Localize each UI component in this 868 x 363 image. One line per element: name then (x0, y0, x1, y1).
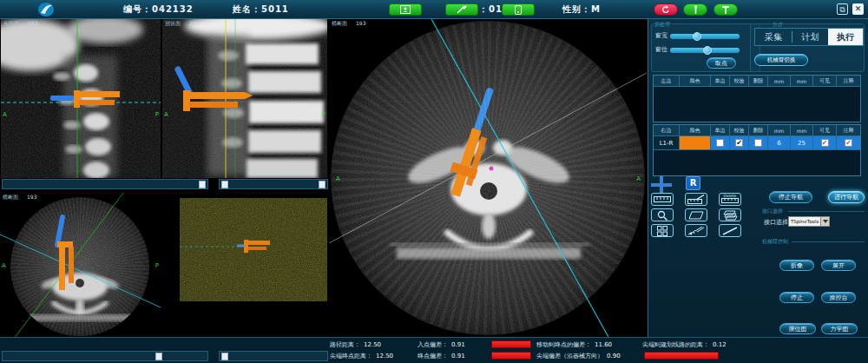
scrollbar-track[interactable] (2, 351, 208, 361)
window-width-knob[interactable] (693, 32, 701, 41)
layers-tool-button[interactable] (719, 208, 741, 221)
console-button[interactable]: 操控台 (821, 292, 856, 303)
scrollbar-track[interactable] (2, 179, 208, 189)
grid-icon (657, 226, 667, 236)
ruler-icon (654, 195, 671, 204)
table-row[interactable]: L1-R ✔ 6 25 ✔ ✔ (654, 136, 860, 150)
checkbox-visible[interactable]: ✔ (821, 139, 829, 147)
orientation-marker: P (155, 111, 159, 118)
t-handle-icon (721, 5, 730, 14)
view-sagittal[interactable]: 矢状面193 A P (1, 19, 161, 178)
device-connect-button[interactable] (502, 3, 535, 16)
view-title: 横断面193 (3, 194, 36, 201)
scrollbar-handle[interactable] (319, 181, 326, 188)
tool-calibration-button[interactable] (445, 3, 478, 16)
screwdriver-icon (457, 5, 467, 14)
zoom-tool-button[interactable] (651, 208, 674, 221)
endpoint-deviation-alert-bar (491, 352, 531, 360)
app-logo (36, 2, 59, 17)
view-coronal[interactable]: 冠状面251 A P (162, 19, 327, 178)
screw-tool-button[interactable] (685, 224, 707, 237)
view-scrollbar-row (0, 179, 328, 189)
endpoint-deviation: 终点偏差：0.91 (418, 352, 465, 360)
reset-view-button[interactable]: R (686, 176, 700, 190)
probe-tool-button[interactable] (683, 3, 707, 16)
screw-color-swatch[interactable] (680, 136, 711, 150)
patient-name-label: 姓名：5011 (233, 3, 289, 16)
record-reset-button[interactable] (654, 3, 678, 16)
measure-edit-button[interactable] (685, 193, 707, 206)
tab-plan[interactable]: 计划 (792, 29, 828, 45)
screw-length: 25 (791, 136, 813, 150)
view-probe[interactable] (180, 198, 327, 301)
screw-table-right: 右边 颜色 单边 校验 删除 mm mm 可见 注释 L1-R ✔ 6 25 ✔… (653, 124, 861, 176)
viewport: 矢状面193 A P (0, 19, 648, 363)
patient-id-label: 编号：042132 (123, 3, 194, 16)
checkbox-checked[interactable]: ✔ (735, 139, 743, 147)
postprocess-group-label: 后处理 (654, 21, 670, 29)
orientation-marker: A (3, 111, 7, 118)
undo-arrow-icon (661, 5, 670, 14)
pose-view-button[interactable]: 摆位图 (779, 323, 816, 334)
title-bar: 编号：042132 姓名：5011 年龄：018Y 性别：M (0, 0, 868, 19)
snapshot-icon[interactable]: ⧉ (837, 3, 848, 15)
layout-tool-button[interactable] (651, 224, 674, 237)
expand-button[interactable]: 展开 (821, 260, 856, 271)
orientation-marker: P (322, 111, 326, 118)
ruler-pen-icon (687, 195, 705, 205)
marker-tool-button[interactable] (713, 3, 738, 16)
patient-info-button[interactable] (389, 3, 422, 16)
view-axial-main[interactable]: 横断面193 A A (329, 19, 648, 337)
checkbox-unchecked[interactable] (716, 139, 724, 147)
patient-id-value: 042132 (152, 4, 194, 14)
pick-point-button[interactable]: 取点 (707, 57, 736, 69)
window-level-slider[interactable] (670, 48, 740, 53)
scrollbar-handle[interactable] (221, 181, 228, 188)
status-bar: 路径距离：12.50 入点偏差：0.91 移动到终点的偏差：11.60 尖端到规… (0, 337, 868, 363)
patient-name-value: 5011 (261, 4, 289, 14)
plane-tool-button[interactable] (685, 208, 707, 221)
probe-icon (692, 5, 700, 14)
start-navigation-button[interactable]: 进行导航 (828, 191, 865, 203)
arm-group-label: 机械臂控制 (762, 238, 788, 246)
scrollbar-track[interactable] (219, 179, 328, 189)
checkbox-unchecked[interactable] (754, 139, 762, 147)
crosshair-icon[interactable] (651, 176, 672, 194)
tip-axial-alert-bar (644, 352, 719, 360)
checkbox-note[interactable]: ✔ (845, 139, 852, 147)
measure-tool-button[interactable] (651, 193, 674, 206)
stop-navigation-button[interactable]: 停止导航 (769, 191, 812, 203)
screw-icon (687, 226, 705, 236)
tip-endpoint-distance: 尖端终点距离：12.50 (330, 352, 393, 360)
dropdown-arrow-icon[interactable] (820, 217, 829, 226)
window-level-knob[interactable] (703, 46, 712, 55)
arm-switch-button[interactable]: 机械臂切换 (754, 54, 808, 66)
view-axial-small[interactable]: 横断面193 A P (0, 193, 161, 339)
layers-icon (722, 210, 738, 221)
tip-axial-deviation: 尖端偏差（沿器械方向）0.90 (536, 352, 621, 360)
close-icon[interactable]: ✕ (852, 3, 864, 15)
magnifier-icon (657, 210, 667, 221)
port-select-dropdown[interactable]: TSpineTools (788, 216, 830, 227)
tab-execute[interactable]: 执行 (828, 29, 863, 45)
entry-deviation-alert-bar (491, 340, 531, 348)
port-select-value: TSpineTools (789, 219, 820, 224)
scrollbar-handle[interactable] (221, 353, 228, 360)
patient-sex-value: M (591, 4, 601, 14)
screw-diameter: 6 (768, 136, 791, 150)
tab-acquire[interactable]: 采集 (755, 29, 792, 45)
stop-button[interactable]: 停止 (779, 292, 814, 303)
line-tool-button[interactable] (719, 224, 741, 237)
line-icon (722, 227, 738, 235)
scrollbar-track[interactable] (219, 351, 328, 361)
mechanics-view-button[interactable]: 力学图 (821, 323, 858, 334)
plane-icon (688, 211, 704, 220)
tip-to-plan-distance: 尖端到规划线路的距离：0.12 (642, 340, 727, 349)
measure-delete-button[interactable]: Delete (719, 193, 741, 206)
scrollbar-handle[interactable] (199, 181, 206, 188)
screw-table-left: 左边 颜色 单边 校验 删除 mm mm 可见 注释 (653, 75, 861, 122)
scrollbar-handle[interactable] (155, 353, 162, 360)
fold-button[interactable]: 折叠 (779, 260, 814, 271)
window-width-slider[interactable] (670, 34, 740, 39)
workflow-tabs: 采集 计划 执行 (754, 28, 864, 46)
